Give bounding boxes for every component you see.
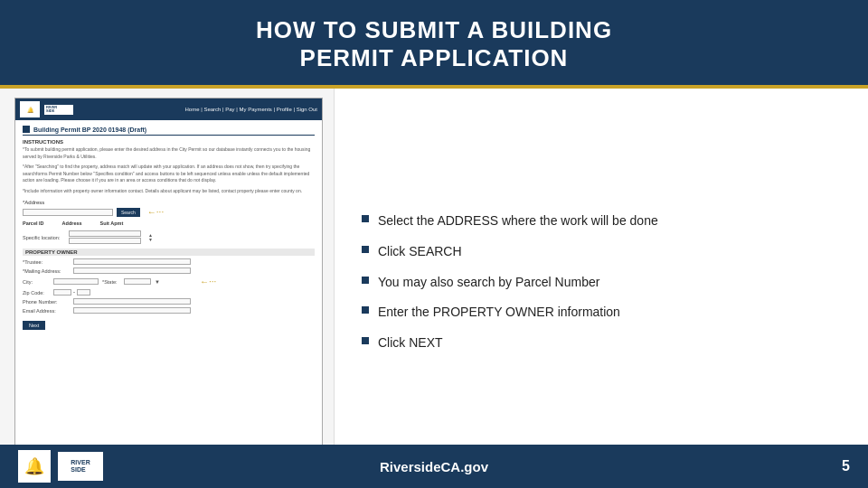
mockup-permit-title: Building Permit BP 2020 01948 (Draft): [23, 126, 315, 136]
specific-location-label: Specific location:: [23, 235, 63, 240]
bullet-square-4: [362, 306, 369, 314]
bullet-text-1: Select the ADDRESS where the work will b…: [378, 212, 658, 230]
mailing-row: *Mailing Address:: [23, 267, 315, 274]
email-input[interactable]: [73, 307, 191, 314]
bullet-square-3: [362, 277, 369, 284]
bullet-square-1: [362, 215, 369, 222]
search-arrow: ←···: [147, 207, 164, 217]
bullet-square-2: [362, 246, 369, 253]
footer-website: RiversideCA.gov: [380, 459, 488, 474]
phone-input[interactable]: [73, 298, 191, 305]
permit-icon: [23, 126, 30, 133]
spinner[interactable]: ▲ ▼: [148, 233, 153, 242]
instructions-text1: *To submit building permit application, …: [23, 146, 315, 160]
specific-location-input1[interactable]: [69, 230, 141, 237]
bullet-text-2: Click SEARCH: [378, 243, 462, 261]
bullet-points-panel: Select the ADDRESS where the work will b…: [335, 89, 868, 475]
property-owner-header: PROPERTY OWNER: [23, 249, 315, 256]
table-header: Parcel ID Address Suit Apmt: [23, 221, 315, 226]
bullet-item-4: Enter the PROPERTY OWNER information: [362, 304, 841, 322]
email-label: Email Address:: [23, 308, 68, 314]
zip-input1[interactable]: [53, 289, 71, 296]
mockup-nav: 🔔 RIVERSIDE Home | Search | Pay | My Pay…: [15, 99, 322, 120]
specific-location-input2[interactable]: [69, 238, 141, 244]
footer-page-number: 5: [842, 458, 850, 474]
mockup-riverside-logo: RIVERSIDE: [46, 106, 71, 114]
city-input[interactable]: [53, 278, 99, 285]
instructions-label: INSTRUCTIONS: [23, 139, 315, 145]
city-zip-row: City: *State: ▼ ←···: [23, 277, 315, 286]
mockup-search-button[interactable]: Search: [117, 208, 140, 217]
mockup-body: Building Permit BP 2020 01948 (Draft) IN…: [15, 120, 322, 335]
state-select[interactable]: [124, 278, 151, 285]
search-row: Search ←···: [23, 207, 315, 217]
footer-bell-icon: 🔔: [18, 450, 51, 483]
address-label: *Address: [23, 200, 315, 205]
instructions-text2: *After "Searching" to find the property,…: [23, 164, 315, 184]
mockup-next-button[interactable]: Next: [23, 321, 45, 330]
specific-location-row: Specific location: ▲ ▼: [23, 230, 315, 244]
riverside-text: RIVERSIDE: [71, 459, 90, 473]
browser-mockup: 🔔 RIVERSIDE Home | Search | Pay | My Pay…: [14, 98, 323, 466]
zip-row: Zip Code: -: [23, 289, 315, 296]
mailing-input[interactable]: [73, 267, 191, 274]
bullet-item-1: Select the ADDRESS where the work will b…: [362, 212, 841, 230]
bullet-square-5: [362, 337, 369, 344]
page-title: HOW TO SUBMIT A BUILDING PERMIT APPLICAT…: [18, 16, 850, 72]
zip-inputs: -: [53, 289, 90, 296]
header: HOW TO SUBMIT A BUILDING PERMIT APPLICAT…: [0, 0, 868, 85]
trustee-input[interactable]: [73, 258, 191, 265]
trustee-label: *Trustee:: [23, 259, 68, 265]
state-label: *State:: [102, 279, 120, 285]
footer: 🔔 RIVERSIDE RiversideCA.gov 5: [0, 445, 868, 488]
mockup-logo: 🔔: [20, 101, 40, 117]
bullet-item-3: You may also search by Parcel Number: [362, 274, 841, 292]
address-section: *Address Search ←··· Parcel ID Address S…: [23, 200, 315, 244]
trustee-row: *Trustee:: [23, 258, 315, 265]
bullet-item-5: Click NEXT: [362, 334, 841, 352]
bullet-text-3: You may also search by Parcel Number: [378, 274, 599, 292]
owner-arrow: ←···: [200, 277, 216, 286]
main-content: 🔔 RIVERSIDE Home | Search | Pay | My Pay…: [0, 89, 868, 475]
bullet-item-2: Click SEARCH: [362, 243, 841, 261]
mockup-address-input[interactable]: [23, 209, 113, 216]
city-label: City:: [23, 279, 50, 285]
email-row: Email Address:: [23, 307, 315, 314]
state-dropdown-arrow: ▼: [155, 279, 160, 285]
footer-logo: 🔔 RIVERSIDE: [18, 450, 103, 483]
bullet-text-4: Enter the PROPERTY OWNER information: [378, 304, 620, 322]
footer-riverside-logo: RIVERSIDE: [58, 452, 103, 481]
phone-label: Phone Number:: [23, 299, 68, 305]
zip-label: Zip Code:: [23, 290, 50, 296]
instructions-text3: *Include information with property owner…: [23, 188, 315, 195]
browser-mockup-panel: 🔔 RIVERSIDE Home | Search | Pay | My Pay…: [0, 89, 335, 475]
bullet-text-5: Click NEXT: [378, 334, 443, 352]
zip-dash: -: [73, 289, 75, 296]
mockup-nav-links: Home | Search | Pay | My Payments | Prof…: [78, 107, 317, 112]
zip-input2[interactable]: [77, 289, 90, 296]
mailing-label: *Mailing Address:: [23, 268, 68, 274]
bell-symbol: 🔔: [24, 456, 44, 476]
phone-row: Phone Number:: [23, 298, 315, 305]
